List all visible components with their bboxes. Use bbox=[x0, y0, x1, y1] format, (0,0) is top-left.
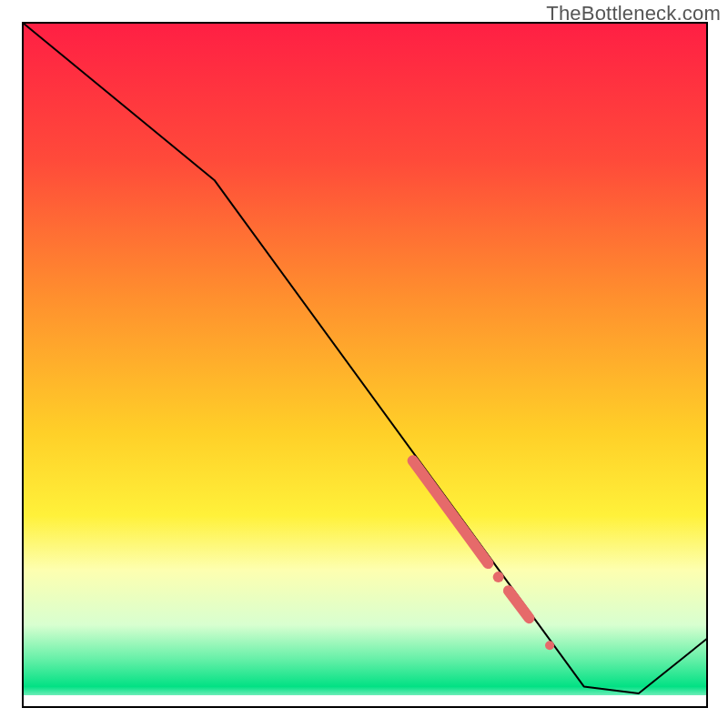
highlight-dot-1 bbox=[493, 571, 504, 582]
highlight-dot-2 bbox=[545, 641, 554, 650]
chart-baseline-strip bbox=[23, 695, 707, 707]
chart-svg bbox=[0, 0, 728, 728]
chart-background bbox=[23, 23, 707, 707]
watermark-label: TheBottleneck.com bbox=[546, 2, 721, 25]
chart-stage: TheBottleneck.com bbox=[0, 0, 728, 728]
